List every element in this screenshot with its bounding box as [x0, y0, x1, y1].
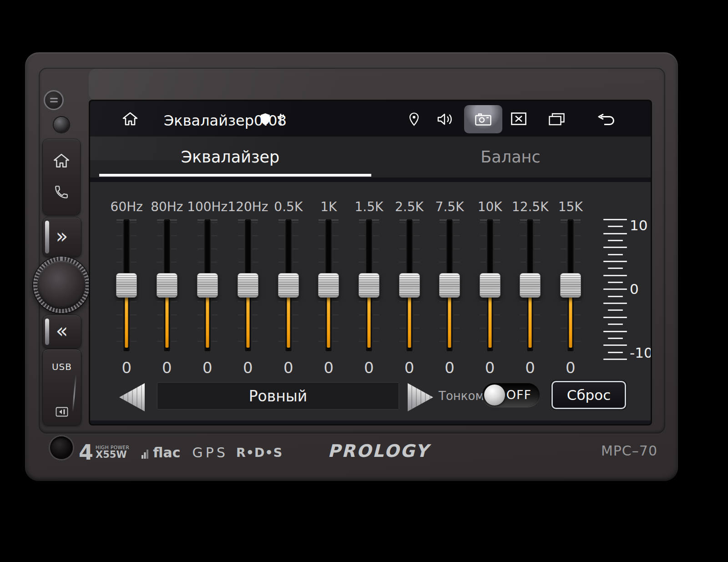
- scale-min-label: -10: [630, 345, 651, 360]
- tab-panel-divider: [90, 177, 651, 182]
- band-slider[interactable]: [520, 219, 540, 351]
- phone-hard-button[interactable]: [54, 184, 69, 202]
- slider-thumb[interactable]: [157, 273, 177, 298]
- band-slider[interactable]: [278, 219, 298, 351]
- band-frequency-label: 15K: [558, 199, 583, 215]
- sd-card-icon: [43, 407, 81, 417]
- slider-thumb[interactable]: [520, 273, 541, 298]
- band-frequency-label: 10K: [478, 199, 502, 215]
- band-frequency-label: 12.5K: [512, 199, 549, 215]
- band-slider[interactable]: [480, 219, 500, 351]
- band-value: 0: [324, 359, 334, 377]
- recent-apps-button[interactable]: [549, 113, 565, 127]
- slider-thumb[interactable]: [278, 273, 299, 298]
- band-value: 0: [202, 359, 212, 377]
- active-tab-underline: [99, 174, 371, 177]
- equalizer-panel: 60Hz 0 80Hz 0 100Hz 0 1: [90, 182, 651, 420]
- brand-logo: PROLOGY: [313, 441, 445, 461]
- bezel-reflection: [89, 69, 662, 101]
- status-home-button[interactable]: [121, 111, 139, 128]
- app-title: Эквалайзер: [164, 112, 254, 129]
- tab-equalizer[interactable]: Эквалайзер: [90, 137, 370, 177]
- model-number: MPC–70: [601, 443, 657, 459]
- slider-thumb[interactable]: [318, 273, 339, 298]
- band-frequency-label: 7.5K: [435, 199, 464, 215]
- band-value: 0: [445, 359, 455, 377]
- feature-badges: 4 HIGH POWER X55W flac GPS R•D•S: [79, 438, 283, 466]
- loudness-toggle[interactable]: OFF: [482, 383, 540, 407]
- band-value: 0: [525, 359, 535, 377]
- usb-icon: [277, 112, 285, 128]
- band-slider[interactable]: [197, 219, 217, 351]
- scale-mid-label: 0: [630, 281, 651, 297]
- band-slider[interactable]: [359, 219, 379, 351]
- band-slider[interactable]: [440, 219, 460, 351]
- band-value: 0: [364, 359, 374, 377]
- slider-thumb[interactable]: [359, 273, 379, 298]
- band-slider[interactable]: [157, 219, 177, 351]
- band-frequency-label: 100Hz: [187, 199, 228, 215]
- next-track-icon: »: [43, 226, 81, 246]
- android-status-bar: Эквалайзер0:08: [90, 101, 651, 137]
- slider-thumb[interactable]: [116, 273, 137, 298]
- prev-track-icon: «: [43, 321, 81, 341]
- band-value: 0: [404, 359, 415, 377]
- toggle-knob[interactable]: [484, 385, 505, 405]
- reset-button[interactable]: Сброс: [551, 381, 626, 409]
- scale-ticks: [603, 219, 627, 360]
- home-phone-button-strip: [42, 139, 81, 215]
- branding-row: 4 HIGH POWER X55W flac GPS R•D•S PROLOGY…: [25, 438, 678, 466]
- band-value: 0: [243, 359, 253, 377]
- eq-band-column: 60Hz 0: [106, 182, 147, 420]
- band-value: 0: [485, 359, 495, 377]
- slider-thumb[interactable]: [238, 273, 258, 298]
- slider-thumb[interactable]: [197, 273, 218, 298]
- band-frequency-label: 2.5K: [395, 199, 424, 215]
- band-frequency-label: 1.5K: [354, 199, 383, 215]
- band-value: 0: [566, 359, 576, 377]
- slider-thumb[interactable]: [560, 273, 581, 298]
- location-icon[interactable]: [409, 112, 420, 128]
- band-value: 0: [283, 359, 293, 377]
- volume-icon[interactable]: [437, 112, 454, 128]
- usb-port-label: USB: [43, 361, 81, 372]
- power-rating-label: X55W: [96, 450, 129, 460]
- loudness-label: Тонкомп: [439, 389, 481, 403]
- preset-name-box[interactable]: Ровный: [157, 382, 399, 410]
- prev-track-hard-button[interactable]: «: [42, 315, 81, 349]
- next-track-hard-button[interactable]: »: [42, 217, 81, 257]
- band-slider[interactable]: [238, 219, 258, 351]
- band-frequency-label: 120Hz: [228, 199, 268, 215]
- band-value: 0: [162, 359, 172, 377]
- band-slider[interactable]: [399, 219, 420, 351]
- home-hard-button[interactable]: [52, 152, 71, 171]
- settings-tab-bar: Эквалайзер Баланс: [90, 137, 651, 177]
- band-slider[interactable]: [116, 219, 136, 351]
- rds-badge: R•D•S: [236, 446, 283, 460]
- slider-thumb[interactable]: [439, 273, 460, 298]
- reset-screw: [44, 90, 64, 110]
- eq-band-column: 7.5K 0: [430, 182, 470, 420]
- touch-screen: Эквалайзер0:08: [90, 101, 651, 424]
- tab-balance[interactable]: Баланс: [370, 137, 651, 177]
- close-window-button[interactable]: [511, 112, 526, 127]
- band-frequency-label: 0.5K: [274, 199, 303, 215]
- microphone-hole: [54, 117, 69, 132]
- screenshot-button[interactable]: [464, 105, 502, 133]
- flac-badge: flac: [153, 446, 180, 459]
- usb-port-cover[interactable]: USB: [42, 349, 81, 425]
- slider-thumb[interactable]: [480, 273, 500, 298]
- photo-background: » « USB 4 HIGH POWER X55W: [0, 0, 728, 562]
- band-slider[interactable]: [318, 219, 339, 351]
- back-icon: [596, 113, 616, 125]
- band-frequency-label: 60Hz: [111, 199, 143, 215]
- toggle-state-label: OFF: [506, 383, 531, 407]
- back-button[interactable]: [596, 113, 616, 127]
- recent-apps-icon: [549, 113, 565, 126]
- shield-icon: [260, 113, 270, 127]
- slider-thumb[interactable]: [399, 273, 420, 298]
- home-icon: [54, 154, 69, 167]
- band-frequency-label: 80Hz: [151, 199, 183, 215]
- band-slider[interactable]: [561, 219, 581, 351]
- volume-knob[interactable]: [33, 257, 90, 313]
